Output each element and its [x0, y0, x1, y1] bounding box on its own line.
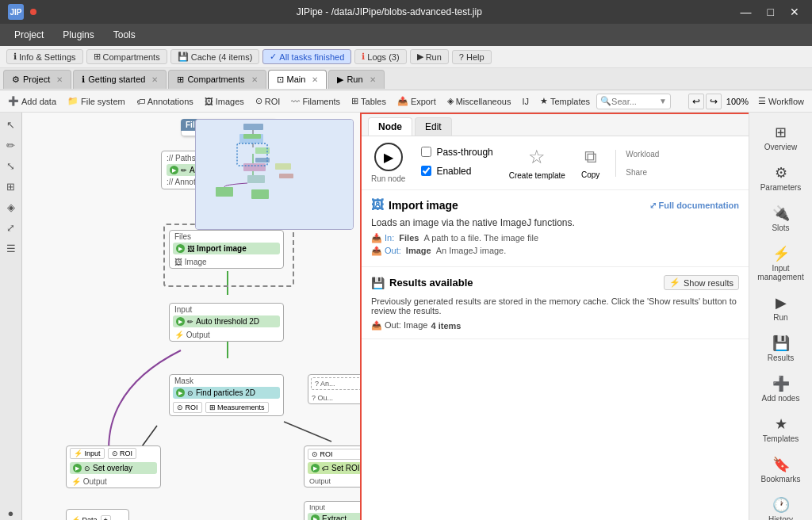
annotations-button[interactable]: 🏷 Annotations [132, 95, 198, 108]
extract-section[interactable]: Input ▶ Extract... [304, 501, 360, 520]
tab-project-close[interactable]: ✕ [56, 75, 63, 84]
ij-button[interactable]: IJ [517, 95, 534, 108]
workflow-icon: ☰ [758, 96, 766, 106]
file-system-button[interactable]: 📁 File system [63, 94, 130, 108]
sidebar-results[interactable]: 💾 Results [753, 330, 810, 367]
sidebar-templates[interactable]: ★ Templates [753, 411, 810, 448]
search-dropdown-icon[interactable]: ▼ [659, 97, 667, 105]
overlay-label: Set overlay [93, 464, 132, 472]
sidebar-slots[interactable]: 🔌 Slots [753, 200, 810, 237]
sidebar-overview[interactable]: ⊞ Overview [753, 119, 810, 156]
search-box[interactable]: 🔍 ▼ [596, 94, 671, 109]
menu-plugins[interactable]: Plugins [55, 28, 102, 42]
sections-labels: Workload Share [615, 150, 659, 177]
add-data-btn[interactable]: + [101, 515, 111, 520]
tab-compartments[interactable]: ⊞ Compartments ✕ [168, 70, 266, 89]
roi-button[interactable]: ⊙ ROI [251, 94, 285, 108]
tab-getting-started-close[interactable]: ✕ [151, 75, 158, 84]
left-tool-5[interactable]: ⤢ [2, 219, 20, 236]
info-settings-button[interactable]: ℹ Info & Settings [6, 49, 83, 64]
templates-button[interactable]: ★ Templates [535, 94, 595, 108]
auto-threshold-section[interactable]: Input ▶ ✏ Auto threshold 2D ⚡ Output [169, 303, 284, 342]
extract-node[interactable]: ▶ Extract... [308, 513, 360, 520]
sidebar-input-management[interactable]: ⚡ Input management [753, 240, 810, 286]
close-button[interactable]: ✕ [785, 4, 804, 20]
images-button[interactable]: 🖼 Images [200, 95, 249, 108]
annotations-icon: 🏷 [136, 97, 145, 106]
window-controls: — □ ✕ [736, 4, 804, 20]
sidebar-parameters[interactable]: ⚙ Parameters [753, 159, 810, 197]
find-particles-node[interactable]: ▶ ⊙ Find particles 2D [173, 387, 280, 399]
undo-button[interactable]: ↩ [688, 94, 704, 109]
tab-run[interactable]: ▶ Run ✕ [328, 70, 384, 89]
compartments-button[interactable]: ⊞ Compartments [86, 49, 167, 64]
input-mgmt-icon: ⚡ [772, 245, 790, 262]
run-button[interactable]: ▶ Run [410, 49, 449, 64]
auto-threshold-node[interactable]: ▶ ✏ Auto threshold 2D [173, 315, 280, 327]
tab-main-close[interactable]: ✕ [312, 75, 318, 84]
data-node[interactable]: ⚡ Data + 📄 Main output [66, 509, 129, 520]
left-tool-2[interactable]: ⤡ [2, 157, 20, 174]
right-partial-section[interactable]: ? An... ? Ou... [308, 374, 360, 404]
left-tool-3[interactable]: ⊞ [2, 178, 20, 195]
add-data-button[interactable]: ➕ Add data [3, 94, 61, 108]
canvas-area[interactable]: Filenames :// Paths ▶ ✏ Add path to anno… [22, 113, 360, 520]
left-tool-1[interactable]: ✏ [2, 136, 20, 154]
tab-main[interactable]: ⊡ Main ✕ [268, 70, 327, 89]
tab-compartments-close[interactable]: ✕ [251, 75, 258, 84]
tab-getting-started[interactable]: ℹ Getting started ✕ [73, 70, 167, 89]
help-button[interactable]: ? Help [452, 50, 492, 64]
enabled-checkbox[interactable] [421, 166, 431, 176]
left-tool-0[interactable]: ↖ [2, 116, 20, 133]
info-icon: ℹ [13, 52, 17, 62]
sidebar-run[interactable]: ▶ Run [753, 289, 810, 327]
redo-button[interactable]: ↪ [706, 94, 722, 109]
left-tool-6[interactable]: ☰ [2, 239, 20, 257]
run-node-button[interactable]: ▶ [374, 143, 403, 171]
results-count: 4 items [431, 321, 461, 331]
history-icon: 🕐 [772, 496, 790, 514]
results-out-icon: 📤 Out: Image [371, 320, 427, 331]
show-results-button[interactable]: ⚡ Show results [664, 275, 739, 290]
minimap[interactable] [195, 119, 354, 230]
set-roi-section[interactable]: ⊙ ROI ▶ 🏷 Set ROI metada... Output [304, 445, 360, 488]
sidebar-add-nodes[interactable]: ➕ Add nodes [753, 370, 810, 407]
cache-button[interactable]: 💾 Cache (4 items) [170, 49, 260, 64]
tab-run-close[interactable]: ✕ [370, 75, 376, 84]
minimize-button[interactable]: — [736, 4, 756, 20]
set-overlay-node[interactable]: ▶ ⊙ Set overlay [70, 462, 157, 474]
create-template-col[interactable]: ☆ Create template [509, 146, 565, 180]
export-button[interactable]: 📤 Export [393, 94, 441, 108]
tasks-button[interactable]: ✓ All tasks finished [262, 49, 351, 64]
info-bar: ℹ Info & Settings ⊞ Compartments 💾 Cache… [0, 46, 812, 68]
pass-through-checkbox[interactable] [421, 147, 431, 157]
filaments-button[interactable]: 〰 Filaments [286, 95, 345, 108]
tables-button[interactable]: ⊞ Tables [347, 94, 391, 108]
roi-port-label: ⊙ ROI [108, 448, 137, 459]
search-input[interactable] [611, 97, 659, 106]
menu-project[interactable]: Project [6, 28, 52, 42]
find-particles-section[interactable]: Mask ▶ ⊙ Find particles 2D ⊙ ROI ⊞ Measu… [169, 374, 284, 416]
left-tool-7[interactable]: ● [2, 504, 20, 520]
node-params: 📥 In: Files A path to a file. The image … [371, 233, 739, 256]
sidebar-bookmarks[interactable]: 🔖 Bookmarks [753, 451, 810, 488]
set-overlay-section[interactable]: ⚡ Input ⊙ ROI ▶ ⊙ Set overlay ⚡ Output [66, 445, 161, 488]
node-title-row: 🖼 Import image ⤢ Full documentation [371, 198, 739, 212]
full-doc-button[interactable]: ⤢ Full documentation [649, 201, 739, 211]
tab-project[interactable]: ⚙ Project ✕ [3, 70, 71, 89]
tab-node[interactable]: Node [368, 117, 412, 136]
import-image-node[interactable]: ▶ 🖼 Import image [173, 243, 280, 254]
menu-tools[interactable]: Tools [105, 28, 144, 42]
maximize-button[interactable]: □ [763, 4, 779, 20]
left-tool-4[interactable]: ◈ [2, 198, 20, 216]
miscellaneous-button[interactable]: ◈ Miscellaneous [442, 94, 516, 108]
import-image-section[interactable]: Files ▶ 🖼 Import image 🖼 Image [169, 230, 284, 269]
export-icon: 📤 [397, 96, 408, 106]
copy-col[interactable]: ⧉ Copy [581, 147, 599, 179]
logs-button[interactable]: ℹ Logs (3) [354, 49, 406, 64]
set-roi-node[interactable]: ▶ 🏷 Set ROI metada... [308, 462, 360, 474]
workflow-button[interactable]: ☰ Workflow [753, 94, 809, 108]
sidebar-history[interactable]: 🕐 History [753, 491, 810, 520]
node-title-icon: 🖼 [371, 198, 384, 212]
tab-edit[interactable]: Edit [415, 117, 452, 136]
